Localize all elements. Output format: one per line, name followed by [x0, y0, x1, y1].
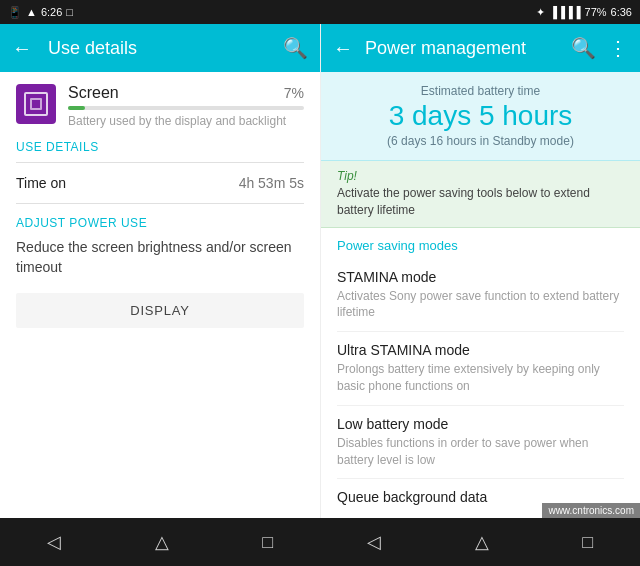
low-battery-mode-name: Low battery mode [337, 416, 624, 432]
screen-name: Screen [68, 84, 119, 102]
power-modes: Power saving modes STAMINA mode Activate… [321, 228, 640, 518]
stamina-mode[interactable]: STAMINA mode Activates Sony power save f… [337, 259, 624, 333]
adjust-section: Reduce the screen brightness and/or scre… [16, 238, 304, 328]
tip-box: Tip! Activate the power saving tools bel… [321, 161, 640, 228]
time-on-value: 4h 53m 5s [239, 175, 304, 191]
back-nav-left[interactable]: ◁ [47, 531, 61, 553]
main-area: ← Use details 🔍 Screen 7% [0, 24, 640, 518]
left-header: ← Use details 🔍 [0, 24, 320, 72]
ultra-stamina-mode-name: Ultra STAMINA mode [337, 342, 624, 358]
display-button[interactable]: DISPLAY [16, 293, 304, 328]
progress-fill [68, 106, 85, 110]
signal-icon-right: ▐▐▐▐ [549, 6, 580, 18]
recents-nav-right[interactable]: □ [582, 532, 593, 553]
nav-left: ◁ △ □ [0, 531, 320, 553]
low-battery-mode-desc: Disables functions in order to save powe… [337, 435, 624, 469]
notification-icon: □ [66, 6, 73, 18]
ultra-stamina-mode-desc: Prolongs battery time extensively by kee… [337, 361, 624, 395]
back-nav-right[interactable]: ◁ [367, 531, 381, 553]
nav-bar: ◁ △ □ ◁ △ □ [0, 518, 640, 566]
progress-bar [68, 106, 304, 110]
back-button-right[interactable]: ← [333, 37, 353, 60]
divider-2 [16, 203, 304, 204]
time-right: 6:36 [611, 6, 632, 18]
adjust-label: ADJUST POWER USE [16, 216, 304, 230]
recents-nav-left[interactable]: □ [262, 532, 273, 553]
ultra-stamina-mode[interactable]: Ultra STAMINA mode Prolongs battery time… [337, 332, 624, 406]
battery-time: 3 days 5 hours [337, 100, 624, 132]
signal-icon-left: ▲ [26, 6, 37, 18]
battery-estimate: Estimated battery time 3 days 5 hours (6… [321, 72, 640, 161]
left-panel-title: Use details [48, 38, 267, 59]
screen-name-row: Screen 7% [68, 84, 304, 102]
sim-icon: 📱 [8, 6, 22, 19]
left-panel: ← Use details 🔍 Screen 7% [0, 24, 320, 518]
right-panel: ← Power management 🔍 ⋮ Estimated battery… [320, 24, 640, 518]
screen-info: Screen 7% Battery used by the display an… [68, 84, 304, 128]
status-bar: 📱 ▲ 6:26 □ ✦ ▐▐▐▐ 77% 6:36 [0, 0, 640, 24]
home-nav-right[interactable]: △ [475, 531, 489, 553]
adjust-description: Reduce the screen brightness and/or scre… [16, 238, 304, 277]
time-left: 6:26 [41, 6, 62, 18]
tip-label: Tip! [337, 169, 624, 183]
battery-estimate-label: Estimated battery time [337, 84, 624, 98]
power-modes-title: Power saving modes [337, 228, 624, 259]
bluetooth-icon: ✦ [536, 6, 545, 19]
more-button-right[interactable]: ⋮ [608, 36, 628, 60]
right-header: ← Power management 🔍 ⋮ [321, 24, 640, 72]
low-battery-mode[interactable]: Low battery mode Disables functions in o… [337, 406, 624, 480]
battery-standby: (6 days 16 hours in Standby mode) [337, 134, 624, 148]
screen-icon-inner [24, 92, 48, 116]
right-content: Estimated battery time 3 days 5 hours (6… [321, 72, 640, 518]
divider-1 [16, 162, 304, 163]
stamina-mode-desc: Activates Sony power save function to ex… [337, 288, 624, 322]
time-on-label: Time on [16, 175, 66, 191]
search-button-right[interactable]: 🔍 [571, 36, 596, 60]
tip-text: Activate the power saving tools below to… [337, 185, 624, 219]
search-button-left[interactable]: 🔍 [283, 36, 308, 60]
stat-row: Time on 4h 53m 5s [16, 171, 304, 195]
screen-icon [16, 84, 56, 124]
status-bar-left: 📱 ▲ 6:26 □ [8, 6, 320, 19]
screen-percent: 7% [284, 85, 304, 101]
home-nav-left[interactable]: △ [155, 531, 169, 553]
nav-right: ◁ △ □ [320, 531, 640, 553]
screen-item: Screen 7% Battery used by the display an… [16, 84, 304, 128]
stamina-mode-name: STAMINA mode [337, 269, 624, 285]
watermark: www.cntronics.com [542, 503, 640, 518]
left-content: Screen 7% Battery used by the display an… [0, 72, 320, 518]
status-bar-right: ✦ ▐▐▐▐ 77% 6:36 [320, 6, 632, 19]
right-panel-title: Power management [365, 38, 559, 59]
use-details-label: USE DETAILS [16, 140, 304, 154]
battery-percent: 77% [585, 6, 607, 18]
screen-description: Battery used by the display and backligh… [68, 114, 304, 128]
back-button-left[interactable]: ← [12, 37, 32, 60]
